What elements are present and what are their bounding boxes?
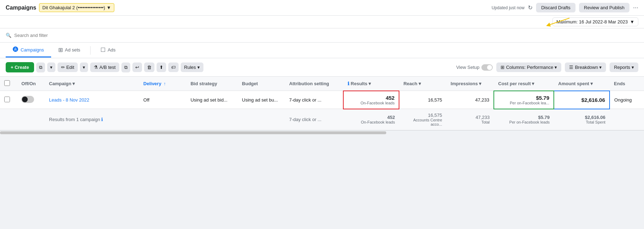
row-reach-cell: 16,575	[399, 91, 446, 109]
row-checkbox[interactable]	[4, 97, 10, 102]
header-delivery[interactable]: Delivery ↑	[139, 77, 186, 91]
campaign-toggle[interactable]	[21, 96, 34, 103]
summary-amount-cell: $2,616.06 Total Spent	[554, 109, 610, 130]
chevron-down-icon: ▼	[630, 19, 634, 24]
breakdown-button[interactable]: ☰ Breakdown ▾	[565, 62, 606, 72]
summary-blank-toggle	[17, 109, 45, 130]
top-bar-right: Updated just now ↻ Discard Drafts Review…	[492, 3, 638, 12]
toolbar-right: View Setup ⊞ Columns: Performance ▾ ☰ Br…	[456, 62, 638, 72]
row-budget-cell: Using ad set bu...	[238, 91, 285, 109]
delivery-sort-icon: ↑	[164, 81, 166, 86]
horizontal-scrollbar[interactable]	[0, 130, 644, 135]
tag-button[interactable]: 🏷	[168, 62, 179, 72]
breakdown-icon: ☰	[569, 65, 573, 70]
row-bid-strategy-cell: Using ad set bid...	[186, 91, 238, 109]
row-campaign-cell: Leads - 8 Nov 2022	[45, 91, 139, 109]
create-button[interactable]: + Create	[6, 62, 34, 72]
view-setup-label: View Setup	[456, 65, 480, 70]
summary-blank-cb	[0, 109, 17, 130]
chevron-down-icon: ▾	[590, 81, 593, 86]
chevron-down-icon: ▾	[197, 65, 200, 70]
chevron-down-icon: ▾	[599, 65, 602, 70]
ab-test-button[interactable]: ⚗ A/B test	[90, 62, 119, 72]
pencil-icon: ✏	[61, 65, 65, 70]
tab-ads[interactable]: ☐ Ads	[93, 43, 122, 58]
row-results-cell: 452 On-Facebook leads	[343, 91, 399, 109]
nav-tabs: 🅐 Campaigns ⊞ Ad sets ☐ Ads	[0, 43, 644, 58]
summary-blank-delivery	[139, 109, 186, 130]
results-value: 452	[348, 95, 394, 101]
row-cost-per-result-cell: $5.79 Per on-Facebook lea...	[494, 91, 554, 109]
undo-button[interactable]: ↩	[132, 62, 142, 72]
header-bid-strategy: Bid strategy	[186, 77, 238, 91]
info-icon[interactable]: ℹ	[348, 81, 349, 86]
header-budget: Budget	[238, 77, 285, 91]
review-publish-button[interactable]: Review and Publish	[579, 3, 629, 12]
table-row: Leads - 8 Nov 2022 Off Using ad set bid.…	[0, 91, 644, 109]
row-attribution-cell: 7-day click or ...	[285, 91, 343, 109]
copy-button[interactable]: ⧉	[36, 62, 45, 72]
header-checkbox-col	[0, 77, 17, 91]
header-attribution: Attribution setting	[285, 77, 343, 91]
columns-button[interactable]: ⊞ Columns: Performance ▾	[496, 62, 561, 72]
discard-drafts-button[interactable]: Discard Drafts	[536, 3, 575, 12]
svg-line-0	[548, 18, 569, 25]
ads-icon: ☐	[100, 47, 105, 53]
campaign-link[interactable]: Leads - 8 Nov 2022	[49, 97, 89, 103]
toolbar-left: + Create ⧉ ▾ ✏ Edit ▾ ⚗ A/B test ⧉ ↩ 🗑 ⬆…	[6, 62, 203, 72]
adsets-icon: ⊞	[58, 47, 63, 53]
tab-campaigns-label: Campaigns	[21, 47, 44, 53]
summary-cost-cell: $5.79 Per on-Facebook leads	[494, 109, 554, 130]
row-ends-cell: Ongoing	[610, 91, 644, 109]
header-amount-spent[interactable]: Amount spent ▾	[554, 77, 610, 91]
edit-button[interactable]: ✏ Edit	[58, 62, 78, 72]
summary-impressions-cell: 47,233 Total	[446, 109, 494, 130]
summary-label-cell: Results from 1 campaign ℹ	[45, 109, 139, 130]
tab-ads-label: Ads	[108, 47, 115, 53]
campaigns-icon: 🅐	[13, 47, 18, 53]
results-label: On-Facebook leads	[348, 101, 394, 105]
edit-dropdown-button[interactable]: ▾	[80, 62, 88, 72]
reports-button[interactable]: Reports ▾	[610, 62, 638, 72]
summary-reach-cell: 16,575 Accounts Centre acco...	[399, 109, 446, 130]
summary-results-cell: 452 On-Facebook leads	[343, 109, 399, 130]
flask-icon: ⚗	[94, 65, 98, 70]
duplicate-button[interactable]: ⧉	[121, 62, 130, 72]
view-setup: View Setup	[456, 64, 493, 71]
export-button[interactable]: ⬆	[157, 62, 166, 72]
header-impressions[interactable]: Impressions ▾	[446, 77, 494, 91]
updated-text: Updated just now	[492, 5, 525, 10]
view-setup-toggle[interactable]	[481, 64, 493, 71]
chevron-down-icon: ▼	[107, 5, 111, 10]
refresh-icon[interactable]: ↻	[528, 4, 533, 11]
tab-campaigns[interactable]: 🅐 Campaigns	[6, 43, 51, 58]
delete-button[interactable]: 🗑	[144, 62, 154, 72]
search-icon: 🔍	[6, 33, 11, 38]
more-options-button[interactable]: ···	[633, 4, 638, 11]
chevron-down-icon: ▾	[369, 81, 371, 86]
tab-adsets-label: Ad sets	[65, 47, 80, 53]
copy-dropdown-button[interactable]: ▾	[47, 62, 55, 72]
chevron-down-icon: ▾	[555, 65, 557, 70]
arrow-annotation	[545, 16, 573, 27]
tab-adsets[interactable]: ⊞ Ad sets	[51, 43, 87, 58]
row-impressions-cell: 47,233	[446, 91, 494, 109]
summary-info-icon[interactable]: ℹ	[101, 117, 103, 122]
header-campaign[interactable]: Campaign ▾	[45, 77, 139, 91]
scroll-thumb[interactable]	[0, 131, 386, 134]
account-selector[interactable]: Dit Ghakajulal 2 (••••••••••••••••) ▼	[39, 3, 114, 12]
campaigns-table-container: Off/On Campaign ▾ Delivery ↑ Bid strateg…	[0, 77, 644, 130]
search-bar: 🔍	[0, 28, 644, 43]
campaigns-table: Off/On Campaign ▾ Delivery ↑ Bid strateg…	[0, 77, 644, 130]
header-cost-per-result[interactable]: Cost per result ▾	[494, 77, 554, 91]
select-all-checkbox[interactable]	[4, 80, 10, 86]
header-results[interactable]: ℹ Results ▾	[343, 77, 399, 91]
page-title: Campaigns	[6, 5, 36, 11]
search-input[interactable]	[14, 33, 121, 38]
chevron-down-icon: ▾	[532, 81, 534, 86]
top-bar: Campaigns Dit Ghakajulal 2 (••••••••••••…	[0, 0, 644, 16]
rules-button[interactable]: Rules ▾	[181, 62, 203, 72]
chevron-down-icon: ▾	[479, 81, 481, 86]
date-bar: Maximum: 16 Jul 2022-8 Mar 2023 ▼	[0, 16, 644, 28]
header-reach[interactable]: Reach ▾	[399, 77, 446, 91]
